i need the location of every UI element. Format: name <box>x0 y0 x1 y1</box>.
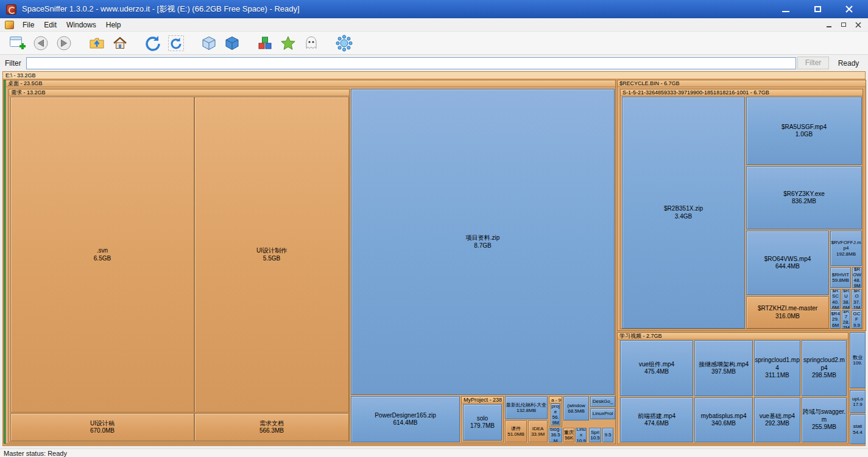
treemap-file-zuixin[interactable]: 最新乱伦福利-大全132.8MB <box>505 396 548 419</box>
treemap-node-ui-design[interactable]: UI设计制作5.5GB <box>194 97 349 413</box>
child-minimize-button[interactable] <box>824 21 834 29</box>
rescan-button[interactable] <box>143 33 163 53</box>
treemap-node-idea[interactable]: IDEA33.9M <box>528 420 548 442</box>
treemap-file-project-zip[interactable]: 项目资料.zip8.7GB <box>351 89 615 395</box>
rescan-visible-button[interactable] <box>166 33 186 53</box>
maximize-icon <box>814 6 821 12</box>
treemap-file-proje[interactable]: proje56.9M <box>551 403 560 425</box>
folder-a93[interactable]: a - 93 proje56.9M <box>549 396 562 427</box>
restore-icon <box>841 23 846 27</box>
filter-label: Filter <box>5 59 21 68</box>
treemap-file-ra5[interactable]: $RA5USGF.mp41.0GB <box>746 97 862 165</box>
app-icon <box>6 4 16 15</box>
treemap-file-linux[interactable]: Linux10.9 <box>576 428 587 442</box>
treemap-file-deskgo[interactable]: DeskGo_ <box>590 396 615 407</box>
treemap-file-blog[interactable]: blog-36.5M <box>549 428 562 442</box>
folder-header[interactable]: MyProject - 238 <box>462 397 503 403</box>
toolbar <box>0 32 868 55</box>
more-detail-button[interactable] <box>222 33 242 53</box>
treemap-file-uplo[interactable]: upLo17.9 <box>850 390 866 413</box>
menu-file[interactable]: File <box>18 18 39 32</box>
treemap-file-small[interactable]: 9.5 <box>602 428 613 442</box>
cube-filled-icon <box>224 35 240 51</box>
star-icon <box>280 35 296 51</box>
document-icon <box>5 21 14 29</box>
treemap-node-svn[interactable]: .svn6.5GB <box>10 97 194 413</box>
folder-header[interactable]: 学习视频 - 2.7GB <box>618 333 848 340</box>
folder-header[interactable]: $RECYCLE.BIN - 6.7GB <box>618 80 866 87</box>
treemap-file-ro2[interactable]: $RO37.1M <box>852 289 862 309</box>
menu-help[interactable]: Help <box>101 18 126 32</box>
treemap-file-linuxpro[interactable]: LinuxProl <box>590 408 615 419</box>
treemap-file-vue-base[interactable]: vue基础.mp4292.3MB <box>754 397 800 442</box>
folder-myproject[interactable]: MyProject - 238 solo179.7MB <box>461 396 504 442</box>
forward-button[interactable] <box>54 33 74 53</box>
master-status: Master status: Ready <box>4 450 67 457</box>
folder-desktop[interactable]: 桌面 - 23.5GB 需求 - 13.2GB .svn6.5GB UI设计制作… <box>5 80 616 444</box>
treemap-node-ui-draft[interactable]: UI设计稿670.0MB <box>10 413 194 441</box>
treemap-file-mybatisplus[interactable]: mybatisplus.mp4340.6MB <box>694 397 753 442</box>
window-maximize-button[interactable] <box>811 3 824 15</box>
menu-edit[interactable]: Edit <box>39 18 62 32</box>
window-minimize-button[interactable] <box>779 3 792 15</box>
close-icon <box>845 5 853 13</box>
treemap-file-r7[interactable]: $R728.7M <box>842 310 850 329</box>
treemap-file-rgc[interactable]: $RGCF9.9MB <box>852 310 862 329</box>
treemap-file-shuye[interactable]: 数业109. <box>850 332 866 388</box>
folder-header[interactable]: a - 93 <box>549 397 562 403</box>
folder-xuqiu[interactable]: 需求 - 13.2GB .svn6.5GB UI设计制作5.5GB UI设计稿6… <box>9 89 350 442</box>
go-home-button[interactable] <box>110 33 130 53</box>
folder-header[interactable]: 需求 - 13.2GB <box>9 89 349 96</box>
treemap-file-window[interactable]: (window68.5MB <box>563 396 589 420</box>
ghost-button[interactable] <box>301 33 322 53</box>
filter-button[interactable]: Filter <box>797 57 829 69</box>
treemap-file-springcloud2[interactable]: springcloud2.mp4298.5MB <box>802 340 847 396</box>
treemap-file-rsc[interactable]: $RSC40.6M <box>830 289 841 309</box>
treemap-file-rhv[interactable]: $RHVIT59.8MB <box>830 267 851 288</box>
filter-star-button[interactable] <box>278 33 298 53</box>
treemap-file-ru[interactable]: $RU38.6M <box>842 289 850 309</box>
folder-header[interactable]: 桌面 - 23.5GB <box>6 80 615 87</box>
treemap-node-req-doc[interactable]: 需求文档566.3MB <box>194 413 349 441</box>
treemap-node-kejian[interactable]: 课件51.0MB <box>505 420 527 442</box>
treemap-file-jiagou[interactable]: 接继感增架构.mp4397.5MB <box>694 340 753 396</box>
filter-input[interactable] <box>26 57 796 69</box>
back-button[interactable] <box>30 33 51 53</box>
treemap-file-r6y[interactable]: $R6YZ3KY.exe836.2MB <box>746 166 862 229</box>
child-restore-button[interactable] <box>839 21 849 29</box>
treemap-file-solo[interactable]: solo179.7MB <box>463 404 502 441</box>
treemap-root-header[interactable]: E:\ - 33.2GB <box>3 72 865 79</box>
options-button[interactable] <box>334 33 355 53</box>
treemap-file-powerdesigner[interactable]: PowerDesigner165.zip614.4MB <box>351 396 460 442</box>
treemap-file-stati[interactable]: stati54.4 <box>850 414 866 444</box>
folder-sid[interactable]: S-1-5-21-3264859333-39719900-1851818216-… <box>620 89 863 329</box>
file-classes-button[interactable] <box>255 33 275 53</box>
go-up-button[interactable] <box>86 33 107 53</box>
treemap-node-chongqing[interactable]: 重庆56K <box>563 428 574 442</box>
menu-bar: File Edit Windows Help <box>0 18 868 32</box>
treemap-file-row[interactable]: $ROW48.9M <box>852 267 862 288</box>
treemap-file-qianduan[interactable]: 前端搭建.mp4474.6MB <box>620 397 693 442</box>
treemap-file-r2b[interactable]: $R2B351X.zip3.4GB <box>622 97 745 329</box>
treemap-file-rvf[interactable]: $RVFOFFJ.mp4192.8MB <box>830 231 862 266</box>
folder-recycle-bin[interactable]: $RECYCLE.BIN - 6.7GB S-1-5-21-3264859333… <box>617 80 866 331</box>
new-view-button[interactable] <box>7 33 28 53</box>
treemap-file-r4[interactable]: $R429.6M <box>830 310 841 329</box>
treemap-file-spri[interactable]: Spri10.5 <box>589 428 601 442</box>
treemap-view[interactable]: E:\ - 33.2GB 桌面 - 23.5GB 需求 - 13.2GB .sv… <box>2 71 866 446</box>
folder-study-videos[interactable]: 学习视频 - 2.7GB vue组件.mp4475.4MB 接继感增架构.mp4… <box>617 332 849 444</box>
folder-header[interactable]: S-1-5-21-3264859333-39719900-1851818216-… <box>621 89 863 96</box>
menu-windows[interactable]: Windows <box>62 18 101 32</box>
filter-status: Ready <box>829 59 868 68</box>
treemap-file-springcloud1[interactable]: springcloud1.mp4311.1MB <box>754 340 800 396</box>
new-view-icon <box>9 35 26 51</box>
less-detail-button[interactable] <box>199 33 219 53</box>
treemap-file-kuayu[interactable]: 跨域与swagger.m255.9MB <box>802 397 847 442</box>
treemap-file-vue-comp[interactable]: vue组件.mp4475.4MB <box>620 340 693 396</box>
window-close-button[interactable] <box>842 3 856 15</box>
filter-bar: Filter Filter Ready <box>0 55 868 71</box>
treemap-file-ro6[interactable]: $RO64VWS.mp4644.4MB <box>746 231 829 295</box>
child-close-button[interactable] <box>853 21 863 29</box>
window-title: SpaceSniffer 1.3.0.2 - www.uderzo.it - [… <box>22 4 779 15</box>
treemap-node-rtz[interactable]: $RTZKHZI.me-master316.0MB <box>746 296 829 329</box>
